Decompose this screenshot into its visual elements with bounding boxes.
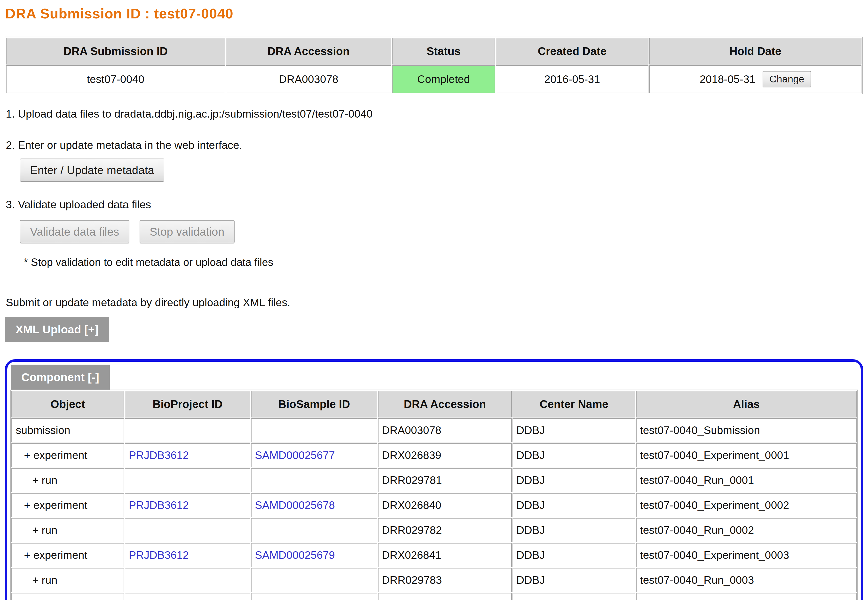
page-title: DRA Submission ID : test07-0040 [5, 5, 863, 21]
dra-accession-cell: DRX026841 [378, 543, 512, 567]
bioproject-id-link-cell: PRJDB3612 [125, 543, 250, 567]
object-cell: + experiment [11, 443, 124, 467]
bioproject-id-link-cell: PRJDB3612 [125, 493, 250, 517]
object-cell: + run [11, 518, 124, 542]
center-name-cell: DDBJ [513, 543, 635, 567]
component-header-row: Object BioProject ID BioSample ID DRA Ac… [11, 391, 857, 417]
bioproject-id-link[interactable]: PRJDB3612 [129, 599, 189, 600]
alias-cell: test07-0040_Analysis_0001 [636, 593, 857, 600]
center-name-cell: DDBJ [513, 493, 635, 517]
summary-header-row: DRA Submission ID DRA Accession Status C… [6, 38, 862, 65]
summary-header-submission-id: DRA Submission ID [6, 38, 225, 65]
step2-metadata-instruction: 2. Enter or update metadata in the web i… [6, 138, 863, 153]
dra-accession-cell: DRX026839 [378, 443, 512, 467]
created-date-cell: 2016-05-31 [496, 65, 649, 93]
biosample-id-link[interactable]: SAMD00025677 [255, 449, 335, 461]
bioproject-id-link-cell [125, 568, 250, 592]
component-toggle[interactable]: Component [-] [11, 365, 110, 389]
biosample-id-link-cell: SAMD00025679 [251, 543, 377, 567]
bioproject-id-link[interactable]: PRJDB3612 [129, 549, 189, 561]
biosample-id-link-cell: SAMD00025678 [251, 493, 377, 517]
component-header-accession: DRA Accession [378, 391, 512, 417]
component-row: + runDRR029783DDBJtest07-0040_Run_0003 [11, 568, 857, 592]
summary-header-status: Status [392, 38, 495, 65]
object-cell: + experiment [11, 543, 124, 567]
component-header-bioproject: BioProject ID [125, 391, 250, 417]
component-header-object: Object [11, 391, 124, 417]
biosample-id-link-cell [251, 568, 377, 592]
object-cell: + analysis [11, 593, 124, 600]
alias-cell: test07-0040_Experiment_0002 [636, 493, 857, 517]
alias-cell: test07-0040_Run_0002 [636, 518, 857, 542]
alias-cell: test07-0040_Run_0001 [636, 468, 857, 492]
summary-table: DRA Submission ID DRA Accession Status C… [5, 36, 863, 94]
component-row: + experimentPRJDB3612SAMD00025679DRX0268… [11, 543, 857, 567]
validate-data-files-button[interactable]: Validate data files [20, 220, 129, 243]
biosample-id-link-cell [251, 418, 377, 442]
step1-upload-instruction: 1. Upload data files to dradata.ddbj.nig… [6, 107, 863, 121]
alias-cell: test07-0040_Run_0003 [636, 568, 857, 592]
change-hold-date-button[interactable]: Change [762, 71, 811, 87]
object-cell: + run [11, 468, 124, 492]
biosample-id-link-cell [251, 593, 377, 600]
component-row: + analysisPRJDB3612DRZ006828DDBJtest07-0… [11, 593, 857, 600]
component-header-biosample: BioSample ID [251, 391, 377, 417]
bioproject-id-link-cell: PRJDB3612 [125, 443, 250, 467]
bioproject-id-link-cell [125, 518, 250, 542]
alias-cell: test07-0040_Experiment_0003 [636, 543, 857, 567]
alias-cell: test07-0040_Experiment_0001 [636, 443, 857, 467]
object-cell: + run [11, 568, 124, 592]
xml-upload-toggle[interactable]: XML Upload [+] [5, 317, 109, 342]
dra-accession-cell: DRA003078 [378, 418, 512, 442]
stop-validation-button[interactable]: Stop validation [139, 220, 234, 243]
bioproject-id-link-cell [125, 418, 250, 442]
component-table-body: submissionDRA003078DDBJtest07-0040_Submi… [11, 418, 857, 600]
biosample-id-link[interactable]: SAMD00025679 [255, 549, 335, 561]
bioproject-id-link-cell [125, 468, 250, 492]
submission-id-cell: test07-0040 [6, 65, 225, 93]
step3-validate-instruction: 3. Validate uploaded data files [6, 198, 863, 212]
center-name-cell: DDBJ [513, 468, 635, 492]
stop-validation-note: * Stop validation to edit metadata or up… [24, 256, 863, 268]
biosample-id-link[interactable]: SAMD00025678 [255, 499, 335, 511]
dra-accession-cell: DRR029781 [378, 468, 512, 492]
component-row: + runDRR029781DDBJtest07-0040_Run_0001 [11, 468, 857, 492]
center-name-cell: DDBJ [513, 518, 635, 542]
component-header-alias: Alias [636, 391, 857, 417]
component-row: + experimentPRJDB3612SAMD00025678DRX0268… [11, 493, 857, 517]
component-header-center: Center Name [513, 391, 635, 417]
hold-date-value: 2018-05-31 [700, 73, 755, 86]
enter-update-metadata-button[interactable]: Enter / Update metadata [20, 159, 164, 182]
center-name-cell: DDBJ [513, 418, 635, 442]
biosample-id-link-cell [251, 518, 377, 542]
component-table: Object BioProject ID BioSample ID DRA Ac… [10, 389, 858, 600]
center-name-cell: DDBJ [513, 443, 635, 467]
bioproject-id-link[interactable]: PRJDB3612 [129, 449, 189, 461]
dra-accession-cell: DRA003078 [226, 65, 391, 93]
component-row: + experimentPRJDB3612SAMD00025677DRX0268… [11, 443, 857, 467]
summary-data-row: test07-0040 DRA003078 Completed 2016-05-… [6, 65, 862, 93]
biosample-id-link-cell [251, 468, 377, 492]
object-cell: + experiment [11, 493, 124, 517]
component-row: + runDRR029782DDBJtest07-0040_Run_0002 [11, 518, 857, 542]
bioproject-id-link[interactable]: PRJDB3612 [129, 499, 189, 511]
dra-accession-cell: DRR029782 [378, 518, 512, 542]
component-row: submissionDRA003078DDBJtest07-0040_Submi… [11, 418, 857, 442]
biosample-id-link-cell: SAMD00025677 [251, 443, 377, 467]
hold-date-cell: 2018-05-31 Change [649, 65, 862, 93]
center-name-cell: DDBJ [513, 593, 635, 600]
object-cell: submission [11, 418, 124, 442]
bioproject-id-link-cell: PRJDB3612 [125, 593, 250, 600]
component-section: Component [-] Object BioProject ID BioSa… [5, 359, 863, 600]
summary-header-accession: DRA Accession [226, 38, 391, 65]
validation-button-row: Validate data files Stop validation [20, 220, 863, 243]
alias-cell: test07-0040_Submission [636, 418, 857, 442]
dra-accession-cell: DRX026840 [378, 493, 512, 517]
xml-upload-intro: Submit or update metadata by directly up… [6, 295, 863, 310]
summary-header-created-date: Created Date [496, 38, 649, 65]
center-name-cell: DDBJ [513, 568, 635, 592]
dra-accession-cell: DRZ006828 [378, 593, 512, 600]
summary-header-hold-date: Hold Date [649, 38, 862, 65]
status-badge: Completed [392, 65, 495, 93]
dra-accession-cell: DRR029783 [378, 568, 512, 592]
